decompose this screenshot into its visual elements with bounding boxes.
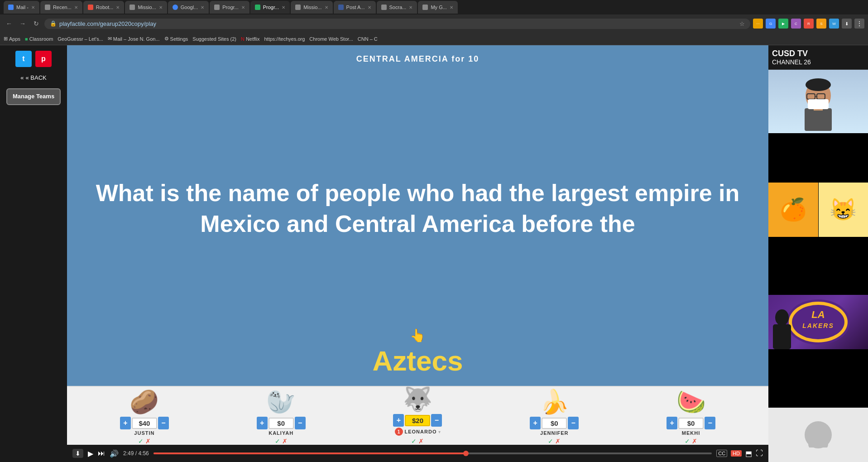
play-button[interactable]: ▶: [88, 449, 93, 458]
checkmarks-mekhi: ✓ ✗: [685, 438, 697, 445]
bookmark-geoguessr[interactable]: GeoGuessr – Let's...: [58, 36, 103, 42]
bookmark-techyes[interactable]: https://techyes.org: [264, 36, 305, 42]
tab-close-icon[interactable]: ✕: [409, 5, 412, 10]
tab-close-icon[interactable]: ✕: [368, 5, 371, 10]
tab-recent[interactable]: Recen... ✕: [40, 1, 82, 14]
score-plus-leonardo[interactable]: +: [393, 414, 404, 427]
tab-close-icon[interactable]: ✕: [325, 5, 328, 10]
tab-close-icon[interactable]: ✕: [116, 5, 120, 10]
svg-text:LA: LA: [811, 309, 825, 320]
score-display-jennifer: $0: [542, 418, 567, 429]
checkmarks-jennifer: ✓ ✗: [548, 438, 561, 445]
score-plus-kaliyah[interactable]: +: [257, 417, 268, 429]
reload-button[interactable]: ↻: [31, 18, 42, 29]
score-display-mekhi: $0: [678, 418, 704, 429]
tab-close-icon[interactable]: ✕: [450, 5, 453, 10]
svg-point-3: [806, 78, 831, 91]
bookmark-settings[interactable]: ⚙ Settings: [164, 36, 188, 42]
tab-close-icon[interactable]: ✕: [241, 5, 245, 10]
tab-progress2[interactable]: Progr... ✕: [250, 1, 290, 14]
svg-point-16: [808, 437, 828, 448]
score-plus-jennifer[interactable]: +: [530, 417, 541, 429]
address-bar[interactable]: 🔒 playfactile.com/gearup2020copy/play ☆: [44, 19, 750, 29]
score-plus-justin[interactable]: +: [120, 417, 131, 429]
volume-button[interactable]: 🔊: [110, 449, 119, 458]
tab-mail[interactable]: Mail - ✕: [4, 1, 39, 14]
classroom-icon: ■: [25, 36, 28, 42]
bookmark-netflix[interactable]: N Netflix: [241, 36, 260, 42]
current-time: 2:49: [123, 450, 134, 457]
tab-mission2[interactable]: Missio... ✕: [291, 1, 332, 14]
twitter-icon: t: [22, 55, 24, 63]
score-minus-jennifer[interactable]: −: [568, 417, 579, 429]
checkmarks-kaliyah: ✓ ✗: [275, 438, 288, 445]
tab-close-icon[interactable]: ✕: [159, 5, 163, 10]
cc-button[interactable]: CC: [716, 450, 727, 457]
skip-button[interactable]: ⏭: [98, 449, 105, 457]
game-area: CENTRAL AMERCIA for 10 What is the name …: [67, 45, 768, 462]
tab-progress1[interactable]: Progr... ✕: [210, 1, 249, 14]
download-icon[interactable]: ⬇: [842, 19, 852, 29]
bookmark-classroom[interactable]: ■ Classroom: [25, 36, 53, 42]
cusd-channel: CHANNEL 26: [772, 58, 864, 66]
ext-icon-4[interactable]: R: [804, 19, 814, 29]
video-cell-1[interactable]: [768, 70, 868, 133]
video-cell-default[interactable]: [768, 408, 868, 462]
check-icon: ✓: [138, 438, 144, 445]
ext-icon-1[interactable]: G: [766, 19, 776, 29]
star-icon[interactable]: ☆: [739, 20, 745, 27]
ext-icon-5[interactable]: S: [816, 19, 826, 29]
question-category: CENTRAL AMERCIA for 10: [356, 54, 479, 64]
rank-badge-leonardo: 1: [395, 428, 403, 436]
checkmarks-justin: ✓ ✗: [138, 438, 151, 445]
tab-google[interactable]: Googl... ✕: [168, 1, 209, 14]
netflix-icon: N: [241, 36, 245, 42]
ext-icon-3[interactable]: C: [791, 19, 801, 29]
ext-icon-2[interactable]: ▶: [778, 19, 788, 29]
bookmark-cnn[interactable]: CNN – C: [358, 36, 378, 42]
menu-icon[interactable]: ⋮: [854, 19, 864, 29]
back-nav-button[interactable]: ←: [4, 18, 14, 29]
tab-myg[interactable]: My G... ✕: [418, 1, 457, 14]
video-cell-2[interactable]: 🍊: [768, 183, 818, 237]
tab-close-icon[interactable]: ✕: [201, 5, 204, 10]
score-minus-mekhi[interactable]: −: [705, 417, 715, 429]
ext-icon-6[interactable]: W: [829, 19, 839, 29]
player-slot-mekhi: 🍉 + $0 − MEKHI ✓ ✗: [655, 380, 727, 445]
score-minus-kaliyah[interactable]: −: [295, 417, 306, 429]
tab-close-icon[interactable]: ✕: [282, 5, 285, 10]
video-cell-3[interactable]: 😸: [819, 183, 868, 237]
score-minus-leonardo[interactable]: −: [431, 414, 442, 427]
cast-button[interactable]: ⬒: [745, 449, 752, 458]
tab-post[interactable]: Post A... ✕: [334, 1, 376, 14]
tab-close-icon[interactable]: ✕: [74, 5, 78, 10]
ctrl-icons-right: CC HD ⬒ ⛶: [716, 449, 763, 458]
tab-mission1[interactable]: Missio... ✕: [125, 1, 167, 14]
download-bottom-button[interactable]: ⬇: [72, 449, 83, 458]
twitter-button[interactable]: t: [15, 51, 32, 67]
progress-fill: [153, 452, 466, 454]
score-minus-justin[interactable]: −: [158, 417, 169, 429]
video-cell-lakers[interactable]: LA LAKERS: [768, 295, 868, 349]
chevron-down-icon: ▾: [438, 429, 441, 434]
bookmark-apps[interactable]: ⊞ Apps: [4, 36, 20, 42]
pinterest-button[interactable]: p: [35, 51, 52, 67]
apps-icon[interactable]: ⋯: [753, 19, 763, 29]
tab-robot[interactable]: Robot... ✕: [83, 1, 125, 14]
manage-teams-button[interactable]: Manage Teams: [6, 88, 61, 105]
back-button[interactable]: « « BACK: [20, 74, 46, 81]
bookmark-mail[interactable]: ✉ Mail – Jose N. Gon...: [108, 36, 160, 42]
tab-socra[interactable]: Socra... ✕: [377, 1, 417, 14]
hd-button[interactable]: HD: [731, 450, 742, 457]
progress-dot: [463, 451, 469, 456]
forward-nav-button[interactable]: →: [17, 18, 28, 29]
tab-close-icon[interactable]: ✕: [31, 5, 35, 10]
fullscreen-button[interactable]: ⛶: [756, 449, 763, 457]
player-slot-kaliyah: 🦭 + $0 − KALIYAH ✓ ✗: [245, 380, 317, 445]
bookmark-suggested[interactable]: Suggested Sites (2): [192, 36, 236, 42]
checkmarks-leonardo: ✓ ✗: [411, 438, 424, 445]
player-name-leonardo: LEONARDO: [405, 429, 437, 434]
score-plus-mekhi[interactable]: +: [667, 417, 677, 429]
progress-bar[interactable]: [153, 452, 712, 454]
bookmark-chrome-store[interactable]: Chrome Web Stor...: [309, 36, 353, 42]
